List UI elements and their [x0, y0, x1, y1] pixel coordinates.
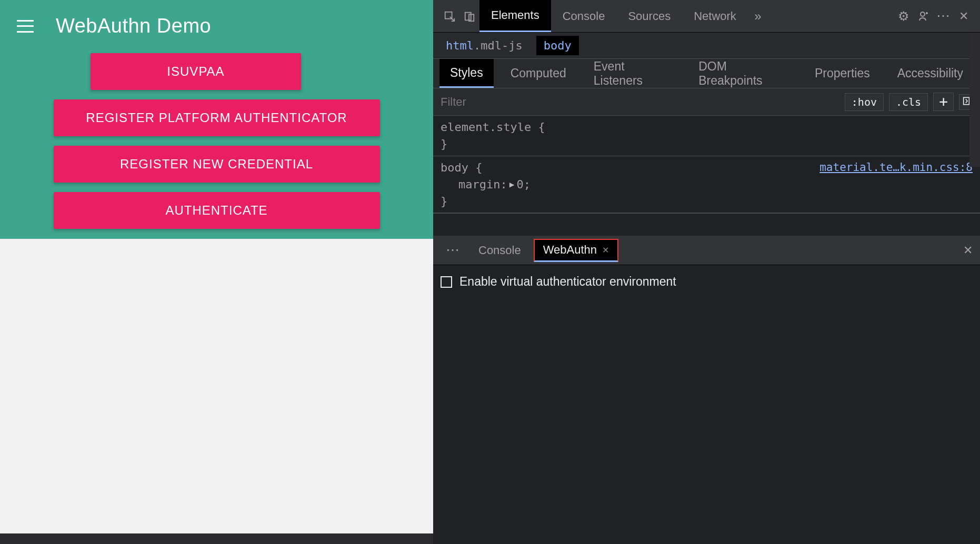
authenticate-button[interactable]: AUTHENTICATE	[54, 192, 380, 229]
dom-breadcrumb: html.mdl-js body	[433, 33, 980, 59]
close-devtools-icon[interactable]	[954, 6, 974, 26]
subtab-computed[interactable]: Computed	[500, 59, 577, 88]
register-platform-authenticator-button[interactable]: REGISTER PLATFORM AUTHENTICATOR	[54, 99, 380, 136]
close-tab-icon[interactable]	[602, 245, 609, 255]
breadcrumb-html-tag: html	[446, 39, 474, 52]
rule-body-source-link[interactable]: material.te…k.min.css:8	[819, 159, 973, 176]
inspect-element-icon[interactable]	[439, 6, 459, 26]
drawer-tab-console[interactable]: Console	[470, 239, 529, 262]
webauthn-panel-body: Enable virtual authenticator environment	[433, 265, 980, 544]
subtab-dom-breakpoints[interactable]: DOM Breakpoints	[688, 59, 798, 88]
cls-toggle[interactable]: .cls	[889, 93, 928, 111]
tab-console[interactable]: Console	[551, 0, 617, 32]
new-style-rule-icon[interactable]	[933, 93, 954, 111]
kebab-menu-icon[interactable]	[934, 6, 954, 26]
rule-body-prop-value: 0	[516, 178, 523, 191]
devtools-drawer: Console WebAuthn Enable virtual authenti…	[433, 236, 980, 544]
tab-network[interactable]: Network	[682, 0, 748, 32]
enable-virtual-authenticator-label: Enable virtual authenticator environment	[459, 275, 676, 289]
enable-virtual-authenticator-row[interactable]: Enable virtual authenticator environment	[441, 275, 973, 289]
expand-shorthand-icon[interactable]: ▶	[509, 178, 515, 190]
css-rules: element.style { } body { material.te…k.m…	[433, 116, 980, 214]
rendered-page: WebAuthn Demo ISUVPAA REGISTER PLATFORM …	[0, 0, 433, 544]
breadcrumb-body[interactable]: body	[536, 36, 579, 55]
tab-elements[interactable]: Elements	[479, 0, 551, 32]
drawer-tabs: Console WebAuthn	[433, 236, 980, 265]
breadcrumb-html[interactable]: html.mdl-js	[441, 37, 528, 54]
device-toolbar-icon[interactable]	[459, 6, 479, 26]
hamburger-icon[interactable]	[17, 20, 34, 33]
hov-toggle[interactable]: :hov	[845, 93, 884, 111]
page-title: WebAuthn Demo	[56, 15, 211, 37]
drawer-tab-webauthn[interactable]: WebAuthn	[534, 239, 618, 262]
rule-element-style[interactable]: element.style { }	[433, 116, 980, 156]
devtools-toolbar: Elements Console Sources Network	[433, 0, 980, 33]
subtab-event-listeners[interactable]: Event Listeners	[583, 59, 682, 88]
drawer-more-icon[interactable]	[441, 242, 466, 258]
styles-filter-row: :hov .cls	[433, 88, 980, 116]
rule-element-style-open: element.style {	[441, 119, 973, 136]
rule-body-close: }	[441, 193, 973, 210]
button-stack: ISUVPAA REGISTER PLATFORM AUTHENTICATOR …	[0, 53, 433, 229]
horizontal-scrollbar[interactable]	[0, 533, 433, 544]
rule-element-style-close: }	[441, 136, 973, 153]
rule-body-margin[interactable]: margin:▶0;	[441, 176, 973, 193]
rule-body[interactable]: body { material.te…k.min.css:8 margin:▶0…	[433, 156, 980, 214]
rule-body-prop-name: margin	[458, 178, 500, 191]
enable-virtual-authenticator-checkbox[interactable]	[441, 276, 452, 288]
styles-subtabs: Styles Computed Event Listeners DOM Brea…	[433, 59, 980, 88]
register-new-credential-button[interactable]: REGISTER NEW CREDENTIAL	[54, 146, 380, 183]
tab-sources[interactable]: Sources	[616, 0, 682, 32]
page-header: WebAuthn Demo ISUVPAA REGISTER PLATFORM …	[0, 0, 433, 239]
subtab-properties[interactable]: Properties	[804, 59, 881, 88]
svg-point-3	[921, 12, 925, 16]
svg-rect-1	[465, 12, 471, 20]
feedback-icon[interactable]	[914, 6, 934, 26]
subtab-accessibility[interactable]: Accessibility	[887, 59, 974, 88]
devtools-panel: Elements Console Sources Network html.md…	[433, 0, 980, 544]
breadcrumb-html-class: .mdl-js	[474, 39, 523, 52]
rule-body-selector: body {	[441, 159, 482, 176]
page-titlebar: WebAuthn Demo	[0, 15, 433, 37]
devtools-vertical-scrollbar[interactable]	[969, 33, 980, 167]
more-tabs-icon[interactable]	[748, 6, 768, 26]
drawer-tab-webauthn-label: WebAuthn	[543, 243, 597, 257]
styles-filter-input[interactable]	[433, 95, 845, 109]
settings-icon[interactable]	[894, 6, 914, 26]
close-drawer-icon[interactable]	[963, 244, 973, 257]
subtab-styles[interactable]: Styles	[439, 59, 494, 88]
isuvpaa-button[interactable]: ISUVPAA	[91, 53, 301, 90]
